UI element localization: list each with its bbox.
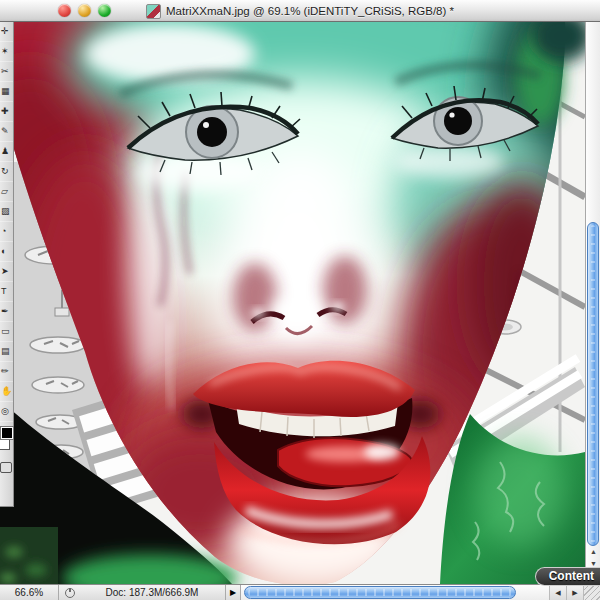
close-button[interactable]	[58, 4, 71, 17]
content-tab-label: Content	[549, 569, 594, 583]
foreground-color-swatch[interactable]	[0, 426, 14, 440]
crop-tool-icon: ✂	[1, 67, 9, 76]
healing-brush-tool-icon: ✚	[1, 107, 9, 116]
tool-move[interactable]: ✛	[0, 22, 13, 42]
vertical-scrollbar-thumb[interactable]	[587, 222, 599, 546]
tool-history-brush[interactable]: ↻	[0, 162, 13, 182]
scroll-left-icon[interactable]: ◀	[549, 585, 566, 600]
type-tool-icon: T	[1, 287, 7, 296]
brush-tool-icon: ✎	[1, 127, 9, 136]
history-brush-tool-icon: ↻	[1, 167, 9, 176]
tool-magic-wand[interactable]: ✶	[0, 42, 13, 62]
rectangle-tool-icon: ▭	[1, 327, 10, 336]
title-bar[interactable]: MatriXXmaN.jpg @ 69.1% (iDENTiTY_CRiSiS,…	[0, 0, 600, 22]
status-bar: 66.6% Doc: 187.3M/666.9M ▶ ◀ ▶	[0, 584, 600, 600]
window-title: MatriXXmaN.jpg @ 69.1% (iDENTiTY_CRiSiS,…	[166, 5, 454, 17]
tool-pen[interactable]: ✒	[0, 302, 13, 322]
scroll-up-icon[interactable]: ▲	[586, 546, 600, 558]
slice-tool-icon: ▦	[1, 87, 10, 96]
scroll-right-icon[interactable]: ▶	[566, 585, 583, 600]
tool-zoom[interactable]: ◎	[0, 402, 13, 422]
quick-mask-icon[interactable]	[0, 462, 12, 473]
window-resize-grip[interactable]	[583, 585, 600, 600]
tool-strip: ✛✶✂▦✚✎♟↻▱▨◔◐➤T✒▭▤✏✋◎	[0, 22, 13, 422]
document-size-info[interactable]: Doc: 187.3M/666.9M	[79, 585, 225, 600]
tool-healing-brush[interactable]: ✚	[0, 102, 13, 122]
tool-blur[interactable]: ◔	[0, 222, 13, 242]
clone-stamp-tool-icon: ♟	[1, 147, 9, 156]
eyedropper-tool-icon: ✏	[1, 367, 9, 376]
pen-tool-icon: ✒	[1, 307, 9, 316]
photoshop-window: MatriXXmaN.jpg @ 69.1% (iDENTiTY_CRiSiS,…	[0, 0, 600, 600]
color-swatches	[0, 424, 13, 458]
blur-tool-icon: ◔	[1, 227, 6, 236]
tool-clone-stamp[interactable]: ♟	[0, 142, 13, 162]
tool-rectangle[interactable]: ▭	[0, 322, 13, 342]
gradient-tool-icon: ▨	[1, 207, 10, 216]
tool-eraser[interactable]: ▱	[0, 182, 13, 202]
move-tool-icon: ✛	[1, 27, 9, 36]
magic-wand-tool-icon: ✶	[1, 47, 9, 56]
vertical-scrollbar[interactable]: ▲ ▼	[585, 22, 600, 584]
hand-tool-icon: ✋	[1, 387, 12, 396]
tool-dodge[interactable]: ◐	[0, 242, 13, 262]
matrixxman-artwork	[0, 22, 585, 584]
document-canvas[interactable]	[0, 22, 585, 584]
tool-slice[interactable]: ▦	[0, 82, 13, 102]
minimize-button[interactable]	[78, 4, 91, 17]
tool-eyedropper[interactable]: ✏	[0, 362, 13, 382]
document-thumbnail-icon	[146, 4, 161, 19]
content-palette-tab[interactable]: Content	[535, 567, 600, 586]
zoom-window-button[interactable]	[98, 4, 111, 17]
zoom-tool-icon: ◎	[1, 407, 9, 416]
path-selection-tool-icon: ➤	[1, 267, 9, 276]
dodge-tool-icon: ◐	[1, 247, 6, 256]
horizontal-scrollbar[interactable]	[240, 585, 549, 600]
zoom-level-field[interactable]: 66.6%	[0, 585, 59, 600]
tool-brush[interactable]: ✎	[0, 122, 13, 142]
tool-type[interactable]: T	[0, 282, 13, 302]
tool-crop[interactable]: ✂	[0, 62, 13, 82]
notes-tool-icon: ▤	[1, 347, 10, 356]
tool-path-selection[interactable]: ➤	[0, 262, 13, 282]
status-clock-icon	[65, 588, 75, 598]
status-flyout-icon[interactable]: ▶	[225, 585, 240, 600]
tool-notes[interactable]: ▤	[0, 342, 13, 362]
eraser-tool-icon: ▱	[1, 187, 8, 196]
tool-gradient[interactable]: ▨	[0, 202, 13, 222]
horizontal-scrollbar-thumb[interactable]	[244, 586, 516, 599]
tool-hand[interactable]: ✋	[0, 382, 13, 402]
tools-palette[interactable]: ✛✶✂▦✚✎♟↻▱▨◔◐➤T✒▭▤✏✋◎	[0, 22, 14, 507]
